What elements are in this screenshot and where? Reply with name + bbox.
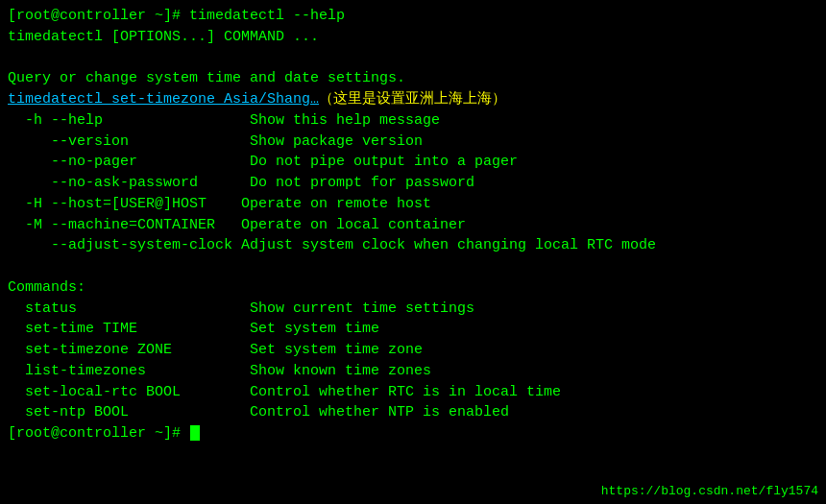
line-19: set-local-rtc BOOL Control whether RTC i… [8, 382, 818, 403]
line-1: [root@controller ~]# timedatectl --help [8, 6, 818, 27]
line-13 [8, 256, 818, 277]
line-17: set-timezone ZONE Set system time zone [8, 340, 818, 361]
line-11: -M --machine=CONTAINER Operate on local … [8, 215, 818, 236]
line-4: Query or change system time and date set… [8, 68, 818, 89]
line-6: -h --help Show this help message [8, 110, 818, 132]
line-12: --adjust-system-clock Adjust system cloc… [8, 235, 818, 256]
line-20: set-ntp BOOL Control whether NTP is enab… [8, 402, 818, 423]
link-text[interactable]: timedatectl set-timezone Asia/Shang… [8, 91, 319, 108]
line-10: -H --host=[USER@]HOST Operate on remote … [8, 194, 818, 215]
line-14: Commands: [8, 277, 818, 299]
line-2: timedatectl [OPTIONS...] COMMAND ... [8, 27, 818, 48]
line-5: timedatectl set-timezone Asia/Shang…（这里是… [8, 89, 818, 110]
chinese-comment: （这里是设置亚洲上海上海） [319, 91, 506, 108]
watermark: https://blog.csdn.net/fly1574 [601, 484, 818, 498]
line-8: --no-pager Do not pipe output into a pag… [8, 152, 818, 173]
terminal-window: [root@controller ~]# timedatectl --help … [0, 0, 826, 504]
line-21: [root@controller ~]# [8, 423, 818, 444]
line-7: --version Show package version [8, 132, 818, 153]
line-15: status Show current time settings [8, 299, 818, 320]
line-3 [8, 48, 818, 69]
line-18: list-timezones Show known time zones [8, 361, 818, 382]
line-9: --no-ask-password Do not prompt for pass… [8, 173, 818, 194]
line-16: set-time TIME Set system time [8, 319, 818, 340]
terminal-cursor [190, 425, 200, 441]
